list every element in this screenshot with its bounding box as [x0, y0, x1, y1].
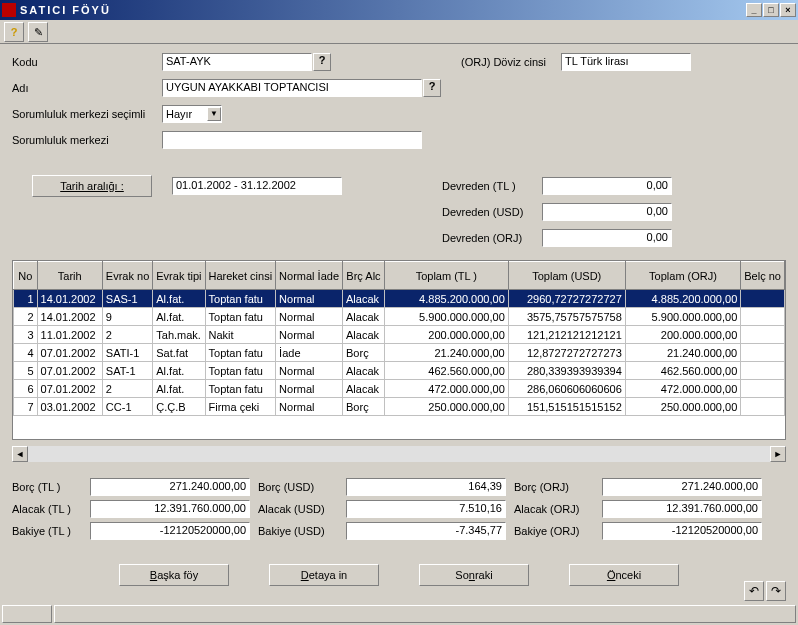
grid-header[interactable]: Tarih — [37, 262, 102, 290]
tarih-araligi-input[interactable]: 01.01.2002 - 31.12.2002 — [172, 177, 342, 195]
table-cell: 200.000.000,00 — [384, 326, 508, 344]
titlebar: SATICI FÖYÜ _ □ × — [0, 0, 798, 20]
close-button[interactable]: × — [780, 3, 796, 17]
sorumluluk-secimli-select[interactable]: Hayır ▼ — [162, 105, 222, 123]
kodu-input[interactable]: SAT-AYK — [162, 53, 312, 71]
table-cell: 11.01.2002 — [37, 326, 102, 344]
devreden-tl-input[interactable]: 0,00 — [542, 177, 672, 195]
table-row[interactable]: 607.01.20022Al.fat.Toptan fatuNormalAlac… — [14, 380, 785, 398]
devreden-orj-input[interactable]: 0,00 — [542, 229, 672, 247]
adi-input[interactable]: UYGUN AYAKKABI TOPTANCISI — [162, 79, 422, 97]
table-cell: 2 — [102, 380, 152, 398]
sorumluluk-input[interactable] — [162, 131, 422, 149]
table-row[interactable]: 214.01.20029Al.fat.Toptan fatuNormalAlac… — [14, 308, 785, 326]
table-cell: Borç — [343, 344, 385, 362]
table-row[interactable]: 407.01.2002SATI-1Sat.fatToptan fatuİadeB… — [14, 344, 785, 362]
grid-header[interactable]: Normal İade — [276, 262, 343, 290]
alacak-tl-label: Alacak (TL ) — [12, 500, 82, 518]
table-cell: 5 — [14, 362, 38, 380]
table-cell: Normal — [276, 362, 343, 380]
app-icon — [2, 3, 16, 17]
table-cell — [741, 380, 785, 398]
table-cell: Toptan fatu — [205, 290, 276, 308]
bakiye-orj-value: -12120520000,00 — [602, 522, 762, 540]
toolbar: ? ✎ — [0, 20, 798, 44]
help-icon[interactable]: ? — [4, 22, 24, 42]
table-cell: Al.fat. — [153, 362, 205, 380]
table-cell: 2 — [14, 308, 38, 326]
table-cell: Alacak — [343, 380, 385, 398]
table-cell: Alacak — [343, 326, 385, 344]
scroll-left-icon[interactable]: ◄ — [12, 446, 28, 462]
data-grid[interactable]: NoTarihEvrak noEvrak tipiHareket cinsiNo… — [12, 260, 786, 440]
grid-header[interactable]: Toplam (TL ) — [384, 262, 508, 290]
table-cell: 3575,75757575758 — [508, 308, 625, 326]
edit-icon[interactable]: ✎ — [28, 22, 48, 42]
grid-header[interactable]: Belç no — [741, 262, 785, 290]
doviz-cinsi-input[interactable]: TL Türk lirası — [561, 53, 691, 71]
borc-orj-value: 271.240.000,00 — [602, 478, 762, 496]
table-cell: 7 — [14, 398, 38, 416]
table-cell: Normal — [276, 308, 343, 326]
table-cell: Al.fat. — [153, 380, 205, 398]
kodu-help-button[interactable]: ? — [313, 53, 331, 71]
table-cell: Tah.mak. — [153, 326, 205, 344]
table-cell: CC-1 — [102, 398, 152, 416]
devreden-usd-input[interactable]: 0,00 — [542, 203, 672, 221]
table-cell: Ç.Ç.B — [153, 398, 205, 416]
undo-icon[interactable]: ↶ — [744, 581, 764, 601]
table-cell: Alacak — [343, 308, 385, 326]
table-cell: 9 — [102, 308, 152, 326]
bakiye-usd-label: Bakiye (USD) — [258, 522, 338, 540]
scroll-right-icon[interactable]: ► — [770, 446, 786, 462]
table-cell: 462.560.000,00 — [625, 362, 741, 380]
alacak-tl-value: 12.391.760.000,00 — [90, 500, 250, 518]
baska-foy-button[interactable]: BBaşka föyaşka föy — [119, 564, 229, 586]
table-row[interactable]: 114.01.2002SAS-1Al.fat.Toptan fatuNormal… — [14, 290, 785, 308]
bakiye-tl-label: Bakiye (TL ) — [12, 522, 82, 540]
alacak-usd-value: 7.510,16 — [346, 500, 506, 518]
grid-header[interactable]: Toplam (ORJ) — [625, 262, 741, 290]
grid-header[interactable]: Brç Alc — [343, 262, 385, 290]
table-cell: Normal — [276, 380, 343, 398]
table-row[interactable]: 507.01.2002SAT-1Al.fat.Toptan fatuNormal… — [14, 362, 785, 380]
redo-icon[interactable]: ↷ — [766, 581, 786, 601]
table-cell: Alacak — [343, 362, 385, 380]
grid-header[interactable]: No — [14, 262, 38, 290]
kodu-label: Kodu — [12, 56, 162, 68]
sorumluluk-secimli-label: Sorumluluk merkezi seçimli — [12, 108, 162, 120]
table-row[interactable]: 311.01.20022Tah.mak.NakitNormalAlacak200… — [14, 326, 785, 344]
table-cell: Borç — [343, 398, 385, 416]
devreden-orj-label: Devreden (ORJ) — [442, 232, 542, 244]
table-cell: 12,8727272727273 — [508, 344, 625, 362]
sonraki-button[interactable]: Sonraki — [419, 564, 529, 586]
grid-header[interactable]: Hareket cinsi — [205, 262, 276, 290]
scroll-track[interactable] — [28, 446, 770, 462]
tarih-araligi-button[interactable]: Tarih aralığı : — [32, 175, 152, 197]
table-cell: Alacak — [343, 290, 385, 308]
table-cell — [741, 290, 785, 308]
adi-help-button[interactable]: ? — [423, 79, 441, 97]
table-cell: SAS-1 — [102, 290, 152, 308]
table-row[interactable]: 703.01.2002CC-1Ç.Ç.BFirma çekiNormalBorç… — [14, 398, 785, 416]
statusbar — [2, 605, 796, 623]
horizontal-scrollbar[interactable]: ◄ ► — [12, 446, 786, 462]
detaya-in-button[interactable]: Detaya in — [269, 564, 379, 586]
table-cell: Normal — [276, 398, 343, 416]
table-cell: 4.885.200.000,00 — [384, 290, 508, 308]
grid-header[interactable]: Evrak tipi — [153, 262, 205, 290]
table-cell: 472.000.000,00 — [384, 380, 508, 398]
table-cell: Normal — [276, 326, 343, 344]
borc-orj-label: Borç (ORJ) — [514, 478, 594, 496]
table-cell: 250.000.000,00 — [625, 398, 741, 416]
onceki-button[interactable]: Önceki — [569, 564, 679, 586]
minimize-button[interactable]: _ — [746, 3, 762, 17]
borc-usd-label: Borç (USD) — [258, 478, 338, 496]
grid-header[interactable]: Toplam (USD) — [508, 262, 625, 290]
bakiye-orj-label: Bakiye (ORJ) — [514, 522, 594, 540]
table-cell — [741, 308, 785, 326]
maximize-button[interactable]: □ — [763, 3, 779, 17]
table-cell: 5.900.000.000,00 — [384, 308, 508, 326]
grid-header[interactable]: Evrak no — [102, 262, 152, 290]
table-cell: Normal — [276, 290, 343, 308]
